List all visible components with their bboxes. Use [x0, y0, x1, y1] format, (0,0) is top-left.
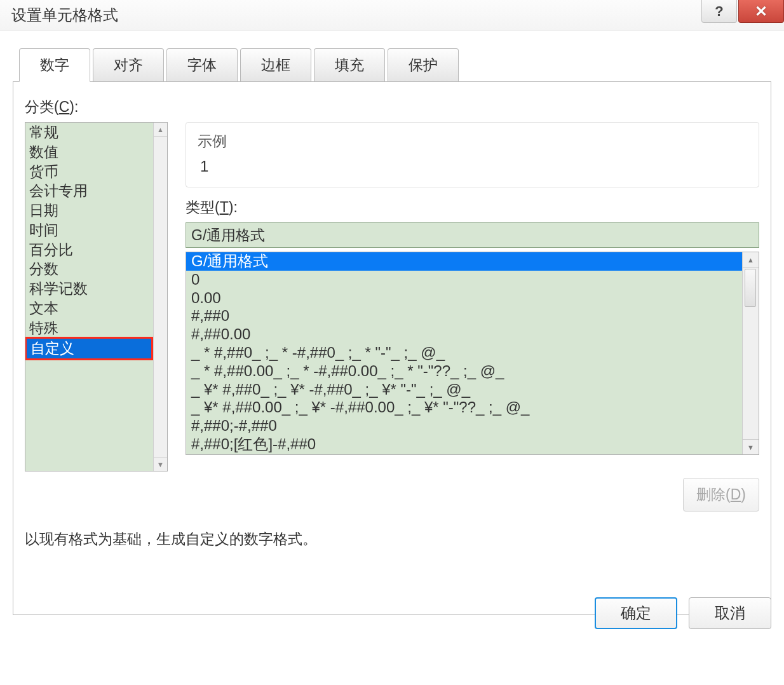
example-box: 示例 1: [186, 122, 759, 187]
category-item-general[interactable]: 常规: [25, 123, 152, 142]
type-item[interactable]: _ ¥* #,##0_ ;_ ¥* -#,##0_ ;_ ¥* "-"_ ;_ …: [186, 381, 759, 399]
delete-button: 删除(D): [683, 478, 759, 512]
help-button[interactable]: ?: [701, 0, 737, 23]
type-label: 类型(T):: [186, 198, 759, 217]
scroll-thumb[interactable]: [745, 269, 756, 307]
category-scrollbar[interactable]: ▲ ▼: [153, 123, 167, 471]
description-text: 以现有格式为基础，生成自定义的数字格式。: [25, 529, 759, 549]
tab-font[interactable]: 字体: [166, 48, 238, 81]
tab-alignment[interactable]: 对齐: [93, 48, 164, 81]
tab-fill[interactable]: 填充: [314, 48, 385, 81]
type-item[interactable]: #,##0;-#,##0: [186, 417, 759, 435]
type-list-inner: G/通用格式 0 0.00 #,##0 #,##0.00 _ * #,##0_ …: [186, 252, 759, 454]
type-item[interactable]: #,##0.00: [186, 325, 759, 344]
type-item[interactable]: G/通用格式: [186, 252, 759, 271]
category-list-inner: 常规 数值 货币 会计专用 日期 时间 百分比 分数 科学记数 文本 特殊 自定…: [25, 123, 152, 471]
cancel-button[interactable]: 取消: [689, 597, 771, 629]
dialog-footer: 确定 取消: [595, 597, 771, 629]
tabs-row: 数字 对齐 字体 边框 填充 保护: [19, 48, 771, 81]
titlebar-controls: ? ✕: [701, 0, 784, 23]
format-cells-dialog: 设置单元格格式 ? ✕ 数字 对齐 字体 边框 填充 保护 分类(C): 常规 …: [0, 0, 784, 685]
type-input[interactable]: [186, 222, 759, 248]
type-item[interactable]: _ * #,##0.00_ ;_ * -#,##0.00_ ;_ * "-"??…: [186, 362, 759, 381]
category-item-custom[interactable]: 自定义: [25, 337, 153, 360]
dialog-content: 数字 对齐 字体 边框 填充 保护 分类(C): 常规 数值 货币 会计专用 日…: [0, 31, 784, 641]
delete-row: 删除(D): [186, 478, 759, 512]
type-item[interactable]: _ * #,##0_ ;_ * -#,##0_ ;_ * "-"_ ;_ @_: [186, 344, 759, 362]
type-item[interactable]: 0.00: [186, 289, 759, 308]
type-scrollbar[interactable]: ▲ ▼: [742, 252, 759, 454]
category-item-scientific[interactable]: 科学记数: [25, 279, 152, 299]
close-icon: ✕: [755, 3, 767, 20]
scroll-up-icon[interactable]: ▲: [154, 123, 167, 137]
type-listbox[interactable]: G/通用格式 0 0.00 #,##0 #,##0.00 _ * #,##0_ …: [186, 252, 759, 455]
titlebar: 设置单元格格式 ? ✕: [0, 0, 784, 31]
category-item-fraction[interactable]: 分数: [25, 259, 152, 279]
scroll-down-icon[interactable]: ▼: [743, 439, 759, 454]
type-item[interactable]: _ ¥* #,##0.00_ ;_ ¥* -#,##0.00_ ;_ ¥* "-…: [186, 398, 759, 417]
main-layout: 常规 数值 货币 会计专用 日期 时间 百分比 分数 科学记数 文本 特殊 自定…: [25, 122, 759, 512]
type-item[interactable]: #,##0;[红色]-#,##0: [186, 435, 759, 454]
category-item-percentage[interactable]: 百分比: [25, 240, 152, 260]
right-column: 示例 1 类型(T): G/通用格式 0 0.00 #,##0 #,##: [186, 122, 759, 512]
example-value: 1: [198, 158, 747, 175]
category-item-text[interactable]: 文本: [25, 299, 152, 318]
tab-protection[interactable]: 保护: [388, 48, 459, 81]
tab-border[interactable]: 边框: [240, 48, 311, 81]
tab-panel-number: 分类(C): 常规 数值 货币 会计专用 日期 时间 百分比 分数 科学记数 文…: [13, 81, 771, 615]
category-item-accounting[interactable]: 会计专用: [25, 181, 152, 201]
type-item[interactable]: 0: [186, 271, 759, 289]
example-label: 示例: [198, 132, 747, 151]
category-item-number[interactable]: 数值: [25, 142, 152, 162]
close-button[interactable]: ✕: [738, 0, 784, 23]
dialog-title: 设置单元格格式: [11, 5, 118, 25]
category-label: 分类(C):: [25, 97, 759, 117]
category-item-currency[interactable]: 货币: [25, 162, 152, 182]
scroll-up-icon[interactable]: ▲: [743, 252, 759, 268]
help-icon: ?: [715, 3, 723, 20]
category-item-time[interactable]: 时间: [25, 220, 152, 240]
category-item-special[interactable]: 特殊: [25, 318, 152, 338]
category-listbox[interactable]: 常规 数值 货币 会计专用 日期 时间 百分比 分数 科学记数 文本 特殊 自定…: [25, 122, 168, 471]
category-item-date[interactable]: 日期: [25, 201, 152, 220]
tab-number[interactable]: 数字: [19, 48, 90, 82]
type-item[interactable]: #,##0: [186, 307, 759, 325]
ok-button[interactable]: 确定: [595, 597, 677, 629]
scroll-down-icon[interactable]: ▼: [154, 457, 167, 471]
